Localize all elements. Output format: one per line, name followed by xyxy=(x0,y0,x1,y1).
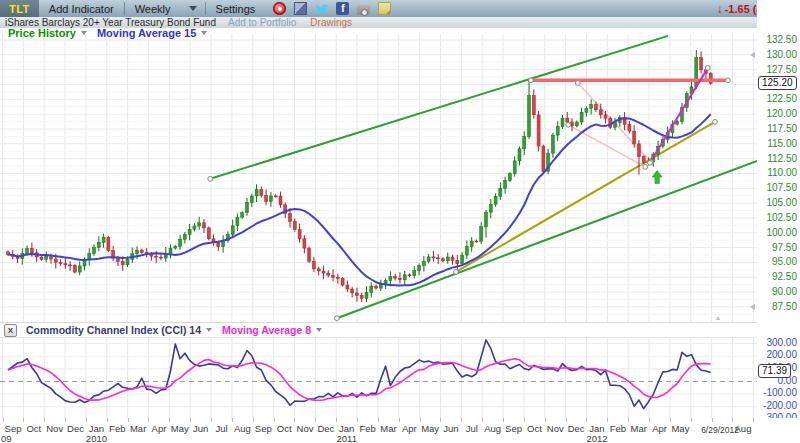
cube-icon[interactable] xyxy=(294,2,307,15)
trendlines-under[interactable] xyxy=(210,36,757,318)
month-tick xyxy=(482,418,483,422)
alarm-icon[interactable] xyxy=(273,2,286,15)
moving-average-15-label[interactable]: Moving Average 15 xyxy=(97,27,196,39)
chevron-down-icon[interactable] xyxy=(81,31,87,35)
month-label: May xyxy=(421,423,439,434)
chevron-down-icon[interactable] xyxy=(189,6,197,11)
drawing-handle[interactable] xyxy=(335,316,340,321)
cci-ma-label[interactable]: Moving Average 8 xyxy=(222,324,311,336)
month-tick xyxy=(190,418,191,422)
month-tick xyxy=(232,418,233,422)
candle-body xyxy=(126,259,129,265)
candle-body xyxy=(317,269,320,271)
candle-body xyxy=(504,181,507,189)
candle-body xyxy=(389,277,392,281)
candle-body xyxy=(150,254,153,256)
candle-body xyxy=(193,226,196,229)
twitter-icon[interactable] xyxy=(315,2,328,15)
month-tick xyxy=(148,418,149,422)
candle-body xyxy=(207,228,210,239)
candle-body xyxy=(485,212,488,227)
candle-body xyxy=(69,265,72,266)
drawing-handle[interactable] xyxy=(726,78,731,83)
camera-icon[interactable] xyxy=(357,5,370,15)
candle-body xyxy=(408,275,411,276)
drawing-handle[interactable] xyxy=(713,120,718,125)
month-label: Oct xyxy=(527,423,542,434)
month-label: Dec xyxy=(67,423,84,434)
candle-body xyxy=(370,286,373,292)
price-axis-label: 87.50 xyxy=(772,301,797,312)
candle-body xyxy=(499,188,502,196)
month-label: Apr xyxy=(652,423,667,434)
month-label: Oct xyxy=(277,423,292,434)
candle-body xyxy=(308,248,311,261)
note-icon[interactable] xyxy=(378,2,391,15)
candle-body xyxy=(327,273,330,275)
candle-body xyxy=(528,96,531,137)
candle-body xyxy=(585,109,588,113)
candle-body xyxy=(26,249,29,254)
drawing-handle[interactable] xyxy=(529,78,534,83)
cci-axis-label: 300.00 xyxy=(766,337,797,348)
close-icon[interactable]: X xyxy=(4,324,17,337)
month-tick xyxy=(3,418,4,422)
candle-body xyxy=(700,58,703,70)
drawing-handles[interactable] xyxy=(208,66,731,321)
drawing-handle[interactable] xyxy=(705,66,710,71)
candle-body xyxy=(542,146,545,171)
month-tick xyxy=(211,418,212,422)
drawings-link[interactable]: Drawings xyxy=(310,17,352,28)
candle-body xyxy=(638,144,641,157)
month-label: Aug xyxy=(234,423,251,434)
candle-body xyxy=(203,223,206,228)
drawing-handle[interactable] xyxy=(454,270,459,275)
drawing-handle[interactable] xyxy=(575,81,580,86)
settings-button[interactable]: Settings xyxy=(206,3,266,15)
cci-indicator-label[interactable]: Commodity Channel Index (CCI) 14 xyxy=(26,324,201,336)
cci-line[interactable] xyxy=(8,340,711,409)
drawing-handle[interactable] xyxy=(643,165,648,170)
facebook-icon[interactable]: f xyxy=(336,2,349,15)
candle-body xyxy=(575,122,578,126)
chevron-down-icon[interactable] xyxy=(206,328,212,332)
month-tick xyxy=(65,418,66,422)
month-tick xyxy=(336,418,337,422)
month-label: Dec xyxy=(568,423,585,434)
candle-body xyxy=(513,161,516,174)
price-history-label[interactable]: Price History xyxy=(8,27,76,39)
candle-body xyxy=(169,248,172,253)
drawing-handle[interactable] xyxy=(648,160,653,165)
candle-body xyxy=(437,258,440,259)
candles xyxy=(7,50,713,302)
add-to-portfolio-link[interactable]: Add to Portfolio xyxy=(228,17,296,28)
month-tick xyxy=(86,418,87,422)
interval-select[interactable]: Weekly xyxy=(125,3,181,15)
drawing-handle[interactable] xyxy=(566,122,571,127)
up-arrow-marker[interactable] xyxy=(652,171,662,184)
month-tick xyxy=(691,418,692,422)
year-label: 09 xyxy=(1,433,12,443)
candle-body xyxy=(255,190,258,197)
charting-app-window: TLT Add Indicator Weekly Settings f ↓ -1… xyxy=(0,0,800,443)
price-legend: Price History Moving Average 15 xyxy=(8,27,207,39)
chevron-down-icon[interactable] xyxy=(316,328,322,332)
month-label: Feb xyxy=(359,423,375,434)
candle-body xyxy=(580,112,583,122)
add-indicator-button[interactable]: Add Indicator xyxy=(39,3,124,15)
candle-body xyxy=(97,242,100,247)
price-axis-label: 122.50 xyxy=(766,93,797,104)
candle-body xyxy=(422,261,425,265)
time-axis[interactable]: SepOctNovDecJanFebMarAprMayJunJulAugSepO… xyxy=(0,418,800,443)
month-tick xyxy=(315,418,316,422)
price-axis-label: 127.50 xyxy=(766,64,797,75)
magenta-breakout[interactable] xyxy=(650,68,708,163)
candle-body xyxy=(413,271,416,276)
lower-green-channel[interactable] xyxy=(337,161,757,318)
month-tick xyxy=(44,418,45,422)
candle-body xyxy=(107,237,110,250)
chevron-down-icon[interactable] xyxy=(201,31,207,35)
drawing-handle[interactable] xyxy=(208,176,213,181)
symbol-box[interactable]: TLT xyxy=(0,0,39,17)
down-arrow-icon: ↓ xyxy=(717,2,723,16)
